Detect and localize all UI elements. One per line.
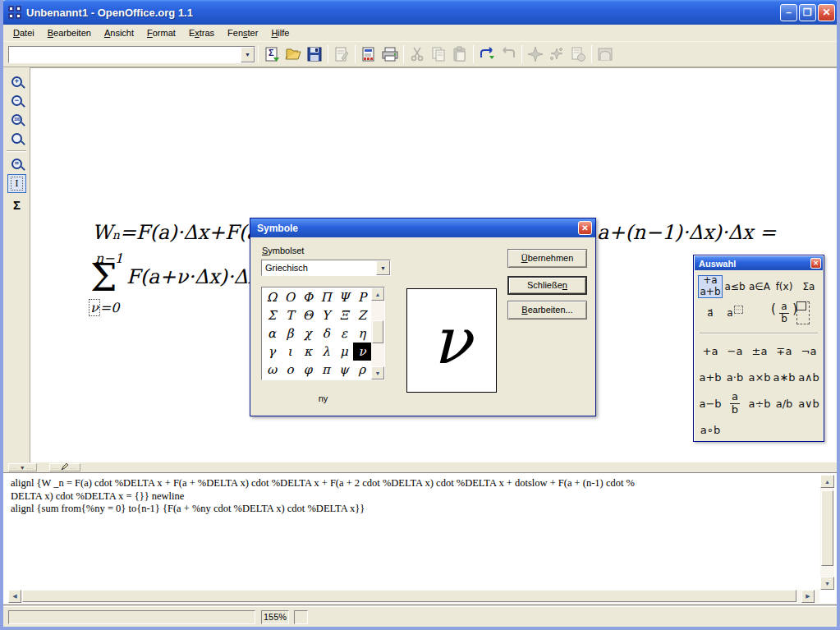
greek-symbol-cell[interactable]: δ bbox=[317, 324, 335, 343]
selection-palette[interactable]: Auswahl ✕ +aa+ba≤ba∈Af(x)Σa a⃗aab +a−a±a… bbox=[693, 255, 824, 442]
maximize-button[interactable]: ❒ bbox=[799, 4, 816, 21]
menu-fenster[interactable]: Fenster bbox=[221, 25, 264, 40]
open-button[interactable] bbox=[283, 44, 303, 64]
operator-button[interactable]: a×b bbox=[747, 366, 772, 389]
greek-symbol-cell[interactable]: ψ bbox=[335, 361, 353, 379]
symbol-grid[interactable]: ΩΟΦΠΨΡΣΤΘΥΞΖαβχδεηγικλμνωοφπψρ ▲ ▼ bbox=[261, 287, 385, 380]
titlebar[interactable]: Unbenannt1 - OpenOffice.org 1.1 – ❒ ✕ bbox=[0, 0, 840, 25]
symbols-dialog[interactable]: Symbole ✕ Symbolset Griechisch ▼ ΩΟΦΠΨΡΣ… bbox=[250, 218, 596, 416]
splitter-edit-button[interactable]: ∙∙∙ ∙∙∙ bbox=[49, 463, 80, 471]
greek-symbol-cell[interactable]: ρ bbox=[353, 361, 371, 379]
command-text[interactable]: alignl {W _n = F(a) cdot %DELTA x + F(a … bbox=[11, 477, 817, 516]
menu-extras[interactable]: Extras bbox=[182, 25, 221, 40]
greek-symbol-cell[interactable]: Ρ bbox=[353, 288, 371, 306]
save-button[interactable] bbox=[305, 44, 324, 64]
category-button[interactable]: Σa bbox=[796, 275, 821, 298]
grid-scroll-down-button[interactable]: ▼ bbox=[371, 366, 384, 379]
category-button[interactable]: f(x) bbox=[772, 275, 796, 298]
menu-hilfe[interactable]: Hilfe bbox=[264, 25, 296, 40]
greek-symbol-cell[interactable]: Φ bbox=[299, 288, 317, 306]
symbolset-combobox[interactable]: Griechisch ▼ bbox=[261, 260, 391, 276]
operator-button[interactable]: a∧b bbox=[796, 366, 821, 389]
greek-symbol-cell[interactable]: Υ bbox=[317, 306, 335, 324]
edit-symbols-button[interactable]: Bearbeiten... bbox=[507, 301, 587, 320]
operator-button[interactable]: a·b bbox=[723, 366, 747, 389]
category-button[interactable]: a bbox=[723, 301, 747, 324]
symbolset-dropdown-button[interactable]: ▼ bbox=[376, 260, 390, 275]
hscroll-right-button[interactable]: ▶ bbox=[801, 590, 815, 603]
greek-symbol-cell[interactable]: Ψ bbox=[335, 288, 353, 306]
category-button[interactable]: a≤b bbox=[723, 275, 747, 298]
operator-button[interactable]: −a bbox=[723, 339, 747, 362]
zoom-out-button[interactable]: − bbox=[7, 91, 26, 110]
category-button[interactable]: a∈A bbox=[747, 275, 772, 298]
greek-symbol-cell[interactable]: π bbox=[317, 361, 335, 379]
greek-symbol-cell[interactable]: Ω bbox=[263, 288, 281, 306]
greek-symbol-cell[interactable]: α bbox=[263, 324, 281, 343]
zoom-in-button[interactable]: + bbox=[7, 72, 26, 91]
category-button[interactable]: +aa+b bbox=[698, 275, 723, 298]
dialog-close-button[interactable]: ✕ bbox=[578, 221, 592, 235]
greek-symbol-cell[interactable]: Τ bbox=[281, 306, 299, 324]
symbols-button[interactable]: Σ bbox=[7, 195, 26, 214]
operator-button[interactable]: ∓a bbox=[772, 339, 796, 362]
palette-titlebar[interactable]: Auswahl ✕ bbox=[695, 256, 823, 270]
url-input[interactable] bbox=[9, 47, 241, 62]
operator-button[interactable]: +a bbox=[698, 339, 723, 362]
operator-button[interactable]: a+b bbox=[698, 366, 723, 389]
close-dialog-button[interactable]: Schließen bbox=[507, 276, 587, 295]
greek-symbol-cell[interactable]: φ bbox=[299, 361, 317, 379]
operator-button[interactable]: a∗b bbox=[772, 366, 796, 389]
hscroll-left-button[interactable]: ◀ bbox=[8, 590, 21, 603]
greek-symbol-cell[interactable]: Ο bbox=[281, 288, 299, 306]
operator-button[interactable]: a/b bbox=[772, 392, 796, 415]
menu-datei[interactable]: Datei bbox=[7, 25, 41, 40]
apply-button[interactable]: Übernehmen bbox=[507, 249, 587, 268]
greek-symbol-cell[interactable]: κ bbox=[299, 343, 317, 361]
greek-symbol-cell[interactable]: Ζ bbox=[353, 306, 371, 324]
operator-button[interactable]: a÷b bbox=[747, 392, 772, 415]
greek-symbol-cell[interactable]: Σ bbox=[263, 306, 281, 324]
new-formula-button[interactable]: Σ bbox=[262, 44, 282, 64]
operator-button[interactable]: a−b bbox=[698, 392, 723, 415]
vscroll-down-button[interactable]: ▼ bbox=[820, 577, 834, 590]
greek-symbol-cell[interactable]: ω bbox=[263, 361, 281, 379]
url-combobox[interactable]: ▼ bbox=[8, 46, 255, 63]
splitter-collapse-button[interactable]: ∙∙∙ ▼ ∙∙∙ bbox=[8, 463, 37, 471]
commands-window[interactable]: alignl {W _n = F(a) cdot %DELTA x + F(a … bbox=[3, 472, 837, 604]
palette-close-button[interactable]: ✕ bbox=[810, 258, 821, 269]
category-button[interactable] bbox=[796, 301, 810, 324]
view-commands-splitter[interactable]: ∙∙∙ ▼ ∙∙∙ ∙∙∙ ∙∙∙ bbox=[3, 462, 837, 472]
greek-symbol-cell[interactable]: β bbox=[281, 324, 299, 343]
greek-symbol-cell[interactable]: γ bbox=[263, 343, 281, 361]
category-button[interactable]: a⃗ bbox=[698, 301, 723, 324]
undo-button[interactable] bbox=[477, 44, 497, 64]
export-pdf-button[interactable] bbox=[359, 44, 379, 64]
greek-symbol-cell[interactable]: λ bbox=[317, 343, 335, 361]
menu-format[interactable]: Format bbox=[140, 25, 182, 40]
greek-symbol-cell[interactable]: ο bbox=[281, 361, 299, 379]
greek-symbol-cell[interactable]: η bbox=[353, 324, 371, 343]
vscroll-thumb[interactable] bbox=[821, 490, 833, 566]
menu-bearbeiten[interactable]: Bearbeiten bbox=[41, 25, 98, 40]
print-button[interactable] bbox=[380, 44, 400, 64]
greek-symbol-cell[interactable]: μ bbox=[335, 343, 353, 361]
zoom-level-field[interactable]: 155% bbox=[261, 610, 289, 624]
show-all-button[interactable]: = bbox=[7, 154, 26, 173]
zoom-100-button[interactable]: 100 bbox=[7, 110, 26, 129]
greek-symbol-cell[interactable]: ι bbox=[281, 343, 299, 361]
combo-dropdown-button[interactable]: ▼ bbox=[241, 47, 255, 62]
grid-scroll-thumb[interactable] bbox=[372, 320, 383, 343]
operator-button[interactable]: ¬a bbox=[796, 339, 821, 362]
vscroll-up-button[interactable]: ▲ bbox=[820, 475, 834, 488]
operator-button[interactable]: ±a bbox=[747, 339, 772, 362]
greek-symbol-cell[interactable]: Θ bbox=[299, 306, 317, 324]
zoom-page-button[interactable] bbox=[7, 129, 26, 148]
greek-symbol-cell[interactable]: Π bbox=[317, 288, 335, 306]
greek-symbol-cell[interactable]: χ bbox=[299, 324, 317, 343]
greek-symbol-cell[interactable]: Ξ bbox=[335, 306, 353, 324]
grid-scroll-up-button[interactable]: ▲ bbox=[371, 287, 384, 301]
symbols-dialog-titlebar[interactable]: Symbole ✕ bbox=[250, 218, 595, 237]
hscroll-thumb[interactable] bbox=[22, 590, 796, 602]
formula-cursor-button[interactable]: I bbox=[7, 174, 26, 193]
